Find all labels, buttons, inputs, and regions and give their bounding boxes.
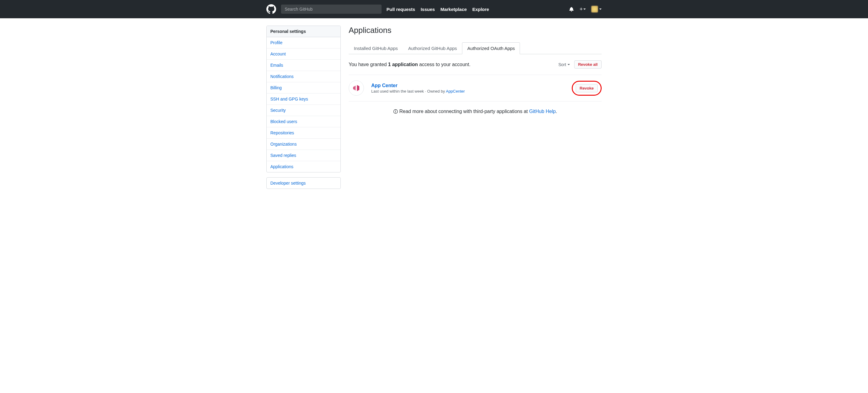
tab-installed-github-apps[interactable]: Installed GitHub Apps xyxy=(349,42,403,54)
revoke-all-button[interactable]: Revoke all xyxy=(574,60,601,69)
sidebar-item-saved-replies[interactable]: Saved replies xyxy=(267,150,340,161)
search-input[interactable] xyxy=(281,5,381,14)
user-menu-dropdown[interactable] xyxy=(591,6,601,12)
tab-authorized-oauth-apps[interactable]: Authorized OAuth Apps xyxy=(462,42,520,54)
nav-pull-requests[interactable]: Pull requests xyxy=(386,7,415,12)
app-name-link[interactable]: App Center xyxy=(371,83,572,88)
info-icon xyxy=(393,109,398,114)
nav-issues[interactable]: Issues xyxy=(421,7,435,12)
sidebar-item-ssh-gpg[interactable]: SSH and GPG keys xyxy=(267,94,340,105)
oauth-app-row: App Center Last used within the last wee… xyxy=(349,75,601,101)
sidebar-item-notifications[interactable]: Notifications xyxy=(267,71,340,82)
sidebar-item-developer-settings[interactable]: Developer settings xyxy=(267,177,340,189)
nav-marketplace[interactable]: Marketplace xyxy=(440,7,467,12)
sidebar-item-blocked-users[interactable]: Blocked users xyxy=(267,116,340,127)
chevron-down-icon xyxy=(567,64,570,65)
app-meta: Last used within the last week · Owned b… xyxy=(371,89,572,94)
sidebar-item-emails[interactable]: Emails xyxy=(267,60,340,71)
notifications-icon[interactable] xyxy=(569,7,574,11)
app-owner-link[interactable]: AppCenter xyxy=(446,89,465,94)
sidebar-heading: Personal settings xyxy=(267,26,340,37)
sidebar-item-account[interactable]: Account xyxy=(267,48,340,60)
github-logo-icon[interactable] xyxy=(267,4,276,14)
global-header: Pull requests Issues Marketplace Explore… xyxy=(0,0,868,18)
revoke-button[interactable]: Revoke xyxy=(576,84,598,92)
nav-explore[interactable]: Explore xyxy=(472,7,489,12)
app-icon xyxy=(349,80,364,96)
sidebar-item-profile[interactable]: Profile xyxy=(267,37,340,48)
apps-tabs: Installed GitHub Apps Authorized GitHub … xyxy=(349,42,601,54)
sidebar-item-billing[interactable]: Billing xyxy=(267,82,340,94)
github-help-link[interactable]: GitHub Help xyxy=(529,109,556,114)
sidebar-item-organizations[interactable]: Organizations xyxy=(267,139,340,150)
settings-sidebar: Personal settings Profile Account Emails… xyxy=(267,26,341,194)
grant-summary: You have granted 1 application access to… xyxy=(349,62,471,67)
svg-point-2 xyxy=(395,110,396,111)
sort-dropdown[interactable]: Sort xyxy=(558,62,570,67)
sidebar-item-repositories[interactable]: Repositories xyxy=(267,127,340,139)
revoke-highlight-annotation: Revoke xyxy=(572,81,601,96)
avatar xyxy=(591,6,598,12)
tab-authorized-github-apps[interactable]: Authorized GitHub Apps xyxy=(403,42,462,54)
sidebar-item-applications[interactable]: Applications xyxy=(267,161,340,172)
page-title: Applications xyxy=(349,26,601,35)
appcenter-icon xyxy=(351,83,361,93)
sidebar-item-security[interactable]: Security xyxy=(267,105,340,116)
help-footer: Read more about connecting with third-pa… xyxy=(349,101,601,122)
create-new-dropdown[interactable]: + xyxy=(579,6,586,12)
